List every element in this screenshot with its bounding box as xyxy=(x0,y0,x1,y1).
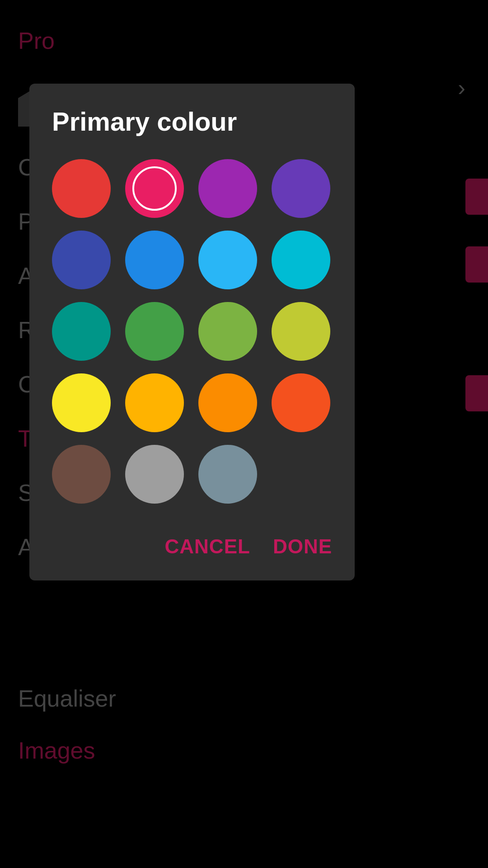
color-swatch-deep-purple[interactable] xyxy=(272,159,330,218)
color-swatch-brown[interactable] xyxy=(52,445,111,504)
color-swatch-light-green[interactable] xyxy=(198,302,257,361)
color-picker-dialog: Primary colour CANCEL DONE xyxy=(29,84,355,580)
color-swatch-grey[interactable] xyxy=(125,445,184,504)
color-swatch-teal[interactable] xyxy=(52,302,111,361)
color-swatch-blue[interactable] xyxy=(125,231,184,289)
color-swatch-indigo[interactable] xyxy=(52,231,111,289)
color-swatch-orange[interactable] xyxy=(198,373,257,432)
dialog-title: Primary colour xyxy=(52,106,332,137)
color-swatch-lime[interactable] xyxy=(272,302,330,361)
color-swatch-green[interactable] xyxy=(125,302,184,361)
dialog-actions: CANCEL DONE xyxy=(52,531,332,558)
color-swatch-red[interactable] xyxy=(52,159,111,218)
color-swatch-blue-grey[interactable] xyxy=(198,445,257,504)
done-button[interactable]: DONE xyxy=(273,535,332,558)
color-swatch-light-blue[interactable] xyxy=(198,231,257,289)
color-swatch-yellow[interactable] xyxy=(52,373,111,432)
color-swatch-purple[interactable] xyxy=(198,159,257,218)
color-grid xyxy=(52,159,332,504)
cancel-button[interactable]: CANCEL xyxy=(165,535,250,558)
color-swatch-amber[interactable] xyxy=(125,373,184,432)
color-swatch-cyan[interactable] xyxy=(272,231,330,289)
color-swatch-crimson[interactable] xyxy=(125,159,184,218)
color-swatch-deep-orange[interactable] xyxy=(272,373,330,432)
